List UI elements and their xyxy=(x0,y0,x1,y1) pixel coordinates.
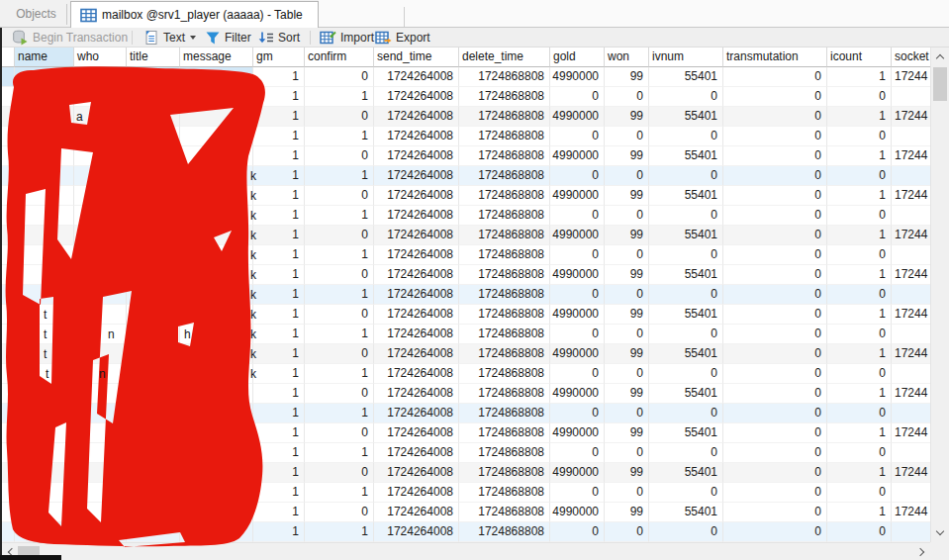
cell-ivnum[interactable]: 55401 xyxy=(649,503,723,522)
cell-gold[interactable]: 4990000 xyxy=(550,67,605,87)
cell-delete_time[interactable]: 1724868808 xyxy=(459,463,550,483)
cell-delete_time[interactable]: 1724868808 xyxy=(459,404,550,423)
cell-confirm[interactable]: 1 xyxy=(305,522,374,542)
cell-transmutation[interactable]: 0 xyxy=(723,206,827,226)
cell-title[interactable] xyxy=(127,285,180,305)
cell-ivnum[interactable]: 0 xyxy=(649,522,723,542)
cell-name[interactable] xyxy=(15,67,74,87)
cell-gold[interactable]: 0 xyxy=(550,483,605,503)
scroll-right-icon[interactable] xyxy=(916,548,924,556)
table-row[interactable]: 1017242640081724868808499000099554010117… xyxy=(2,226,930,245)
cell-gold[interactable]: 4990000 xyxy=(550,423,605,443)
cell-confirm[interactable]: 1 xyxy=(305,443,374,463)
cell-who[interactable] xyxy=(74,226,127,245)
cell-send_time[interactable]: 1724264008 xyxy=(374,423,459,443)
cell-gm[interactable]: 1 xyxy=(253,305,305,325)
cell-send_time[interactable]: 1724264008 xyxy=(374,463,459,483)
cell-send_time[interactable]: 1724264008 xyxy=(374,245,459,265)
table-row[interactable]: 111724264008172486880800000 xyxy=(2,325,930,344)
cell-won[interactable]: 99 xyxy=(605,503,649,522)
cell-selector[interactable] xyxy=(2,206,15,226)
cell-transmutation[interactable]: 0 xyxy=(723,364,827,384)
cell-delete_time[interactable]: 1724868808 xyxy=(459,384,550,404)
cell-selector[interactable] xyxy=(2,503,15,522)
cell-confirm[interactable]: 1 xyxy=(305,483,374,503)
cell-message[interactable] xyxy=(180,522,253,542)
cell-who[interactable] xyxy=(74,503,127,522)
cell-title[interactable] xyxy=(127,483,180,503)
column-header-won[interactable]: won xyxy=(605,47,649,67)
cell-who[interactable] xyxy=(74,443,127,463)
vertical-scrollbar-thumb[interactable] xyxy=(933,67,947,101)
cell-send_time[interactable]: 1724264008 xyxy=(374,443,459,463)
cell-transmutation[interactable]: 0 xyxy=(723,67,827,87)
cell-name[interactable] xyxy=(15,265,74,285)
cell-gm[interactable]: 1 xyxy=(253,404,305,423)
cell-name[interactable] xyxy=(15,305,74,325)
cell-message[interactable] xyxy=(180,285,253,305)
cell-icount[interactable]: 0 xyxy=(827,522,892,542)
cell-send_time[interactable]: 1724264008 xyxy=(374,483,459,503)
cell-icount[interactable]: 1 xyxy=(827,146,892,166)
cell-socket[interactable]: 17244 xyxy=(892,265,930,285)
cell-message[interactable] xyxy=(180,245,253,265)
cell-socket[interactable] xyxy=(892,364,930,384)
cell-selector[interactable] xyxy=(2,265,15,285)
cell-selector[interactable] xyxy=(2,344,15,364)
cell-won[interactable]: 99 xyxy=(605,226,649,245)
cell-won[interactable]: 0 xyxy=(605,127,649,146)
table-row[interactable]: 111724264008172486880800000 xyxy=(2,166,930,186)
column-header-message[interactable]: message xyxy=(180,47,253,67)
cell-confirm[interactable]: 0 xyxy=(305,344,374,364)
cell-delete_time[interactable]: 1724868808 xyxy=(459,423,550,443)
cell-title[interactable] xyxy=(127,522,180,542)
cell-socket[interactable] xyxy=(892,206,930,226)
cell-gold[interactable]: 4990000 xyxy=(550,226,605,245)
begin-transaction-button[interactable]: Begin Transaction xyxy=(12,28,128,47)
cell-message[interactable] xyxy=(180,166,253,186)
column-header-socket[interactable]: socket xyxy=(892,47,930,67)
column-header-delete_time[interactable]: delete_time xyxy=(459,47,550,67)
cell-send_time[interactable]: 1724264008 xyxy=(374,364,459,384)
cell-gm[interactable]: 1 xyxy=(253,127,305,146)
cell-ivnum[interactable]: 0 xyxy=(649,166,723,186)
table-row[interactable]: 111724264008172486880800000 xyxy=(2,483,930,503)
cell-message[interactable] xyxy=(180,404,253,423)
cell-gold[interactable]: 0 xyxy=(550,87,605,107)
cell-title[interactable] xyxy=(127,107,180,127)
cell-title[interactable] xyxy=(127,463,180,483)
cell-message[interactable] xyxy=(180,344,253,364)
cell-title[interactable] xyxy=(127,344,180,364)
cell-confirm[interactable]: 1 xyxy=(305,364,374,384)
cell-selector[interactable] xyxy=(2,325,15,344)
cell-icount[interactable]: 0 xyxy=(827,404,892,423)
cell-send_time[interactable]: 1724264008 xyxy=(374,166,459,186)
cell-send_time[interactable]: 1724264008 xyxy=(374,87,459,107)
cell-won[interactable]: 0 xyxy=(605,522,649,542)
cell-gold[interactable]: 0 xyxy=(550,245,605,265)
cell-icount[interactable]: 0 xyxy=(827,206,892,226)
cell-won[interactable]: 0 xyxy=(605,443,649,463)
cell-transmutation[interactable]: 0 xyxy=(723,166,827,186)
cell-who[interactable] xyxy=(74,285,127,305)
cell-confirm[interactable]: 0 xyxy=(305,226,374,245)
cell-who[interactable] xyxy=(74,483,127,503)
cell-delete_time[interactable]: 1724868808 xyxy=(459,67,550,87)
table-row[interactable]: 1017242640081724868808499000099554010117… xyxy=(2,186,930,206)
cell-ivnum[interactable]: 0 xyxy=(649,483,723,503)
cell-won[interactable]: 99 xyxy=(605,107,649,127)
cell-selector[interactable] xyxy=(2,305,15,325)
cell-gm[interactable]: 1 xyxy=(253,364,305,384)
cell-gm[interactable]: 1 xyxy=(253,325,305,344)
cell-delete_time[interactable]: 1724868808 xyxy=(459,87,550,107)
cell-message[interactable] xyxy=(180,265,253,285)
cell-who[interactable] xyxy=(74,265,127,285)
cell-socket[interactable]: 17244 xyxy=(892,146,930,166)
cell-gm[interactable]: 1 xyxy=(253,107,305,127)
cell-icount[interactable]: 1 xyxy=(827,344,892,364)
cell-who[interactable] xyxy=(74,404,127,423)
cell-socket[interactable] xyxy=(892,245,930,265)
cell-delete_time[interactable]: 1724868808 xyxy=(459,325,550,344)
cell-transmutation[interactable]: 0 xyxy=(723,226,827,245)
cell-socket[interactable]: 17244 xyxy=(892,463,930,483)
